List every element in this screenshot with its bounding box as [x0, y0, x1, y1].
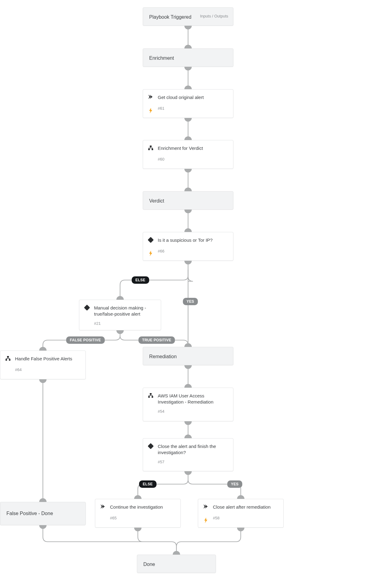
node-id: #54	[158, 409, 228, 414]
node-playbook-triggered[interactable]: Playbook Triggered Inputs / Outputs	[143, 7, 233, 26]
node-close-after-remediation[interactable]: Close alert after remediation #58	[198, 499, 284, 528]
node-id: #60	[158, 157, 228, 161]
node-title: Continue the investigation	[110, 504, 175, 510]
node-false-positive-done[interactable]: False Positive - Done	[0, 502, 86, 525]
node-remediation[interactable]: Remediation	[143, 347, 233, 365]
node-get-cloud-alert[interactable]: Get cloud original alert #61	[143, 89, 233, 118]
node-title: False Positive - Done	[6, 510, 53, 517]
lightning-icon	[203, 518, 209, 523]
svg-rect-7	[148, 396, 150, 398]
chevron-icon	[100, 504, 106, 510]
node-id: #66	[158, 249, 228, 253]
node-title: Close alert after remediation	[213, 504, 278, 510]
chevron-icon	[203, 504, 209, 510]
edge-label-yes: YES	[183, 298, 198, 305]
hierarchy-icon	[148, 393, 153, 398]
node-id: #61	[158, 106, 228, 111]
chevron-icon	[148, 94, 153, 100]
node-title: Verdict	[149, 198, 164, 203]
inputs-outputs-link[interactable]: Inputs / Outputs	[200, 14, 228, 18]
svg-rect-5	[9, 359, 10, 361]
node-title: Is it a suspicious or Tor IP?	[158, 237, 228, 243]
lightning-icon	[148, 251, 153, 256]
node-enrichment[interactable]: Enrichment	[143, 48, 233, 67]
node-done[interactable]: Done	[137, 555, 216, 573]
node-enrichment-verdict[interactable]: Enrichment for Verdict #60	[143, 140, 233, 169]
hierarchy-icon	[148, 145, 153, 151]
edge-label-true-positive: TRUE POSITIVE	[138, 336, 175, 344]
svg-rect-3	[7, 356, 9, 358]
svg-rect-0	[150, 146, 152, 147]
hierarchy-icon	[5, 356, 11, 361]
node-id: #64	[15, 367, 80, 372]
svg-rect-4	[6, 359, 7, 361]
svg-rect-2	[152, 149, 153, 150]
svg-rect-6	[150, 393, 152, 395]
edge-label-else: ELSE	[132, 276, 149, 284]
node-title: Done	[143, 562, 155, 567]
node-title: Playbook Triggered	[149, 14, 191, 20]
edge-label-false-positive: FALSE POSITIVE	[66, 336, 105, 344]
node-close-question[interactable]: Close the alert and finish the investiga…	[143, 438, 233, 471]
node-manual-decision[interactable]: Manual decision making - true/false-posi…	[79, 300, 161, 330]
node-verdict[interactable]: Verdict	[143, 191, 233, 210]
node-title: AWS IAM User Access Investigation - Reme…	[158, 393, 228, 405]
node-id: #57	[158, 460, 228, 464]
node-suspicious-ip[interactable]: Is it a suspicious or Tor IP? #66	[143, 232, 233, 261]
node-title: Handle False Positive Alerts	[15, 356, 80, 362]
lightning-icon	[148, 108, 153, 113]
diamond-icon	[84, 305, 90, 310]
node-title: Manual decision making - true/false-posi…	[94, 305, 155, 317]
node-title: Enrichment for Verdict	[158, 145, 228, 151]
playbook-flow-canvas: Playbook Triggered Inputs / Outputs Enri…	[0, 0, 389, 588]
node-id: #21	[94, 321, 155, 326]
node-aws-remediation[interactable]: AWS IAM User Access Investigation - Reme…	[143, 388, 233, 421]
diamond-icon	[148, 443, 153, 449]
node-title: Get cloud original alert	[158, 94, 228, 101]
node-title: Enrichment	[149, 55, 174, 61]
edge-label-yes-2: YES	[227, 480, 242, 488]
node-title: Close the alert and finish the investiga…	[158, 443, 228, 456]
node-id: #58	[213, 516, 278, 520]
diamond-icon	[148, 237, 153, 243]
flow-edges	[0, 0, 389, 588]
node-continue-investigation[interactable]: Continue the investigation #65	[95, 499, 181, 528]
edge-label-else-2: ELSE	[139, 480, 157, 488]
node-id: #65	[110, 516, 175, 520]
node-handle-fp[interactable]: Handle False Positive Alerts #64	[0, 351, 86, 379]
svg-rect-8	[152, 396, 153, 398]
svg-rect-1	[148, 149, 150, 150]
node-title: Remediation	[149, 354, 177, 359]
